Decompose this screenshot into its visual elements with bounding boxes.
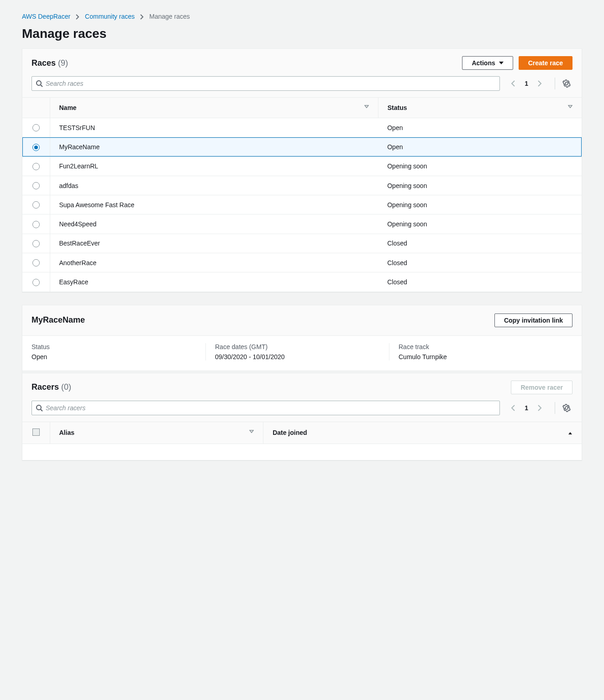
race-status-cell: Opening soon — [378, 214, 582, 234]
race-name-cell: Supa Awesome Fast Race — [50, 195, 378, 214]
racers-col-alias[interactable]: Alias — [50, 422, 263, 444]
breadcrumb-link-deepracer[interactable]: AWS DeepRacer — [22, 13, 70, 20]
race-select-radio[interactable] — [32, 221, 40, 228]
gear-icon — [562, 404, 571, 412]
chevron-right-icon — [76, 13, 79, 20]
races-next-page-button[interactable] — [535, 78, 545, 89]
breadcrumb-current: Manage races — [149, 13, 190, 20]
race-name-cell: EasyRace — [50, 272, 378, 292]
race-select-radio[interactable] — [32, 163, 40, 170]
table-row[interactable]: Supa Awesome Fast RaceOpening soon — [22, 195, 582, 214]
races-col-status[interactable]: Status — [378, 98, 582, 118]
table-row[interactable]: adfdasOpening soon — [22, 176, 582, 195]
race-status-cell: Opening soon — [378, 195, 582, 214]
caret-down-icon — [499, 62, 504, 64]
race-select-radio[interactable] — [32, 182, 40, 189]
racers-settings-button[interactable] — [555, 402, 572, 414]
table-row[interactable]: MyRaceNameOpen — [22, 137, 582, 157]
search-icon — [36, 80, 43, 87]
detail-dates-value: 09/30/2020 - 10/01/2020 — [215, 353, 380, 360]
race-select-radio[interactable] — [32, 201, 40, 209]
races-panel: Races (9) Actions Create race 1 — [22, 48, 582, 292]
races-panel-title: Races (9) — [32, 58, 68, 68]
races-settings-button[interactable] — [555, 78, 572, 89]
racers-table: Alias Date joined — [22, 422, 582, 460]
race-name-cell: AnotherRace — [50, 253, 378, 272]
race-status-cell: Opening soon — [378, 176, 582, 195]
races-count: (9) — [58, 58, 68, 68]
search-races-wrapper[interactable] — [32, 76, 500, 91]
table-row[interactable]: Fun2LearnRLOpening soon — [22, 157, 582, 176]
race-name-cell: Need4Speed — [50, 214, 378, 234]
race-name-cell: adfdas — [50, 176, 378, 195]
race-name-cell: Fun2LearnRL — [50, 157, 378, 176]
svg-point-2 — [37, 405, 41, 410]
racers-panel-title: Racers (0) — [32, 382, 71, 392]
svg-point-0 — [37, 81, 41, 85]
detail-status-value: Open — [32, 353, 196, 360]
table-row[interactable]: AnotherRaceClosed — [22, 253, 582, 272]
race-status-cell: Opening soon — [378, 157, 582, 176]
racers-page-number: 1 — [520, 404, 533, 412]
sort-icon — [568, 104, 572, 110]
breadcrumb-link-community-races[interactable]: Community races — [85, 13, 135, 20]
races-pager: 1 — [505, 78, 547, 89]
race-status-cell: Closed — [378, 234, 582, 253]
race-name-cell: TESTSrFUN — [50, 118, 378, 137]
races-col-select — [22, 98, 50, 118]
race-select-radio[interactable] — [32, 240, 40, 247]
race-detail-panel: MyRaceName Copy invitation link Status O… — [22, 305, 582, 461]
svg-line-1 — [41, 85, 42, 87]
remove-racer-button[interactable]: Remove racer — [511, 381, 572, 394]
races-page-number: 1 — [520, 80, 533, 87]
race-status-cell: Open — [378, 137, 582, 157]
race-detail-title: MyRaceName — [32, 315, 85, 325]
select-all-racers-checkbox[interactable] — [32, 428, 40, 436]
sort-icon — [249, 429, 254, 434]
table-row[interactable]: EasyRaceClosed — [22, 272, 582, 292]
table-row[interactable]: TESTSrFUNOpen — [22, 118, 582, 137]
race-select-radio[interactable] — [32, 144, 40, 151]
search-icon — [36, 404, 43, 412]
table-row[interactable]: BestRaceEverClosed — [22, 234, 582, 253]
race-status-cell: Closed — [378, 253, 582, 272]
race-select-radio[interactable] — [32, 279, 40, 286]
racers-pager: 1 — [505, 402, 547, 413]
table-row[interactable]: Need4SpeedOpening soon — [22, 214, 582, 234]
sort-asc-icon — [568, 429, 572, 436]
create-race-button[interactable]: Create race — [519, 56, 572, 70]
detail-track-label: Race track — [399, 343, 563, 350]
race-name-cell: MyRaceName — [50, 137, 378, 157]
race-select-radio[interactable] — [32, 124, 40, 131]
detail-dates-label: Race dates (GMT) — [215, 343, 380, 350]
racers-col-select[interactable] — [22, 422, 50, 444]
breadcrumb: AWS DeepRacer Community races Manage rac… — [22, 13, 582, 20]
racers-next-page-button[interactable] — [535, 402, 545, 413]
detail-track-value: Cumulo Turnpike — [399, 353, 563, 360]
race-status-cell: Open — [378, 118, 582, 137]
racers-prev-page-button[interactable] — [508, 402, 518, 413]
chevron-right-icon — [140, 13, 144, 20]
page-title: Manage races — [22, 26, 582, 41]
copy-invitation-link-button[interactable]: Copy invitation link — [494, 313, 572, 327]
race-name-cell: BestRaceEver — [50, 234, 378, 253]
gear-icon — [562, 79, 571, 88]
sort-icon — [364, 104, 369, 110]
races-prev-page-button[interactable] — [508, 78, 518, 89]
races-table: Name Status TESTSrFUNOpenMyRaceNameOpenF… — [22, 97, 582, 292]
search-races-input[interactable] — [46, 80, 496, 87]
racers-col-date-joined[interactable]: Date joined — [263, 422, 582, 444]
race-select-radio[interactable] — [32, 259, 40, 266]
racers-count: (0) — [61, 382, 71, 392]
actions-button[interactable]: Actions — [462, 56, 513, 70]
detail-status-label: Status — [32, 343, 196, 350]
search-racers-input[interactable] — [46, 404, 496, 412]
races-col-name[interactable]: Name — [50, 98, 378, 118]
svg-line-3 — [41, 409, 42, 411]
search-racers-wrapper[interactable] — [32, 401, 500, 415]
race-status-cell: Closed — [378, 272, 582, 292]
